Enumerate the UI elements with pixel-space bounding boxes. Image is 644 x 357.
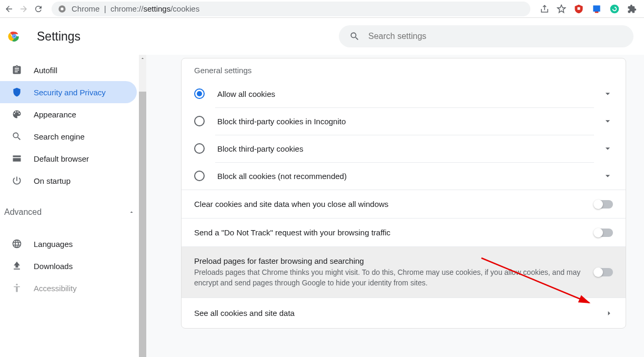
grammarly-icon[interactable] — [609, 4, 620, 14]
sidebar-item-search-engine[interactable]: Search engine — [0, 125, 137, 147]
chevron-down-icon[interactable] — [602, 116, 613, 126]
omnibox-url: Chrome | chrome://settings/cookies — [72, 4, 199, 13]
scroll-up-icon[interactable] — [140, 56, 145, 61]
radio-block-incognito[interactable]: Block third-party cookies in Incognito — [182, 107, 626, 135]
svg-rect-2 — [578, 7, 580, 9]
see-all-cookies-link[interactable]: See all cookies and site data — [182, 298, 626, 328]
back-icon[interactable] — [4, 4, 14, 14]
sidebar-item-appearance[interactable]: Appearance — [0, 103, 137, 125]
power-icon — [12, 175, 22, 186]
accessibility-icon — [12, 283, 22, 293]
sidebar-item-label: Default browser — [34, 154, 89, 163]
reload-icon[interactable] — [34, 4, 43, 14]
settings-sidebar: Autofill Security and Privacy Appearance… — [0, 55, 146, 357]
clipboard-icon — [12, 65, 22, 75]
extension-icon-1[interactable] — [591, 4, 602, 14]
toggle-switch[interactable] — [594, 200, 613, 209]
nav-buttons — [4, 4, 43, 14]
svg-point-5 — [610, 4, 619, 13]
radio-block-all[interactable]: Block all cookies (not recommended) — [182, 162, 626, 190]
chevron-down-icon[interactable] — [602, 88, 613, 99]
sidebar-item-label: Downloads — [34, 262, 73, 271]
cookies-card: General settings Allow all cookies Block… — [181, 58, 626, 329]
toolbar-actions — [537, 4, 640, 14]
extensions-puzzle-icon[interactable] — [627, 4, 637, 14]
sidebar-item-languages[interactable]: Languages — [0, 233, 137, 255]
sidebar-item-label: Languages — [34, 240, 73, 249]
sidebar-item-accessibility[interactable]: Accessibility — [0, 277, 137, 299]
share-icon[interactable] — [540, 4, 549, 14]
svg-point-10 — [16, 284, 17, 285]
browser-toolbar: Chrome | chrome://settings/cookies — [0, 0, 644, 18]
browser-icon — [12, 153, 22, 164]
sidebar-item-label: Security and Privacy — [34, 88, 106, 97]
general-settings-heading: General settings — [182, 58, 626, 80]
palette-icon — [12, 109, 22, 120]
sidebar-item-label: Accessibility — [34, 284, 77, 293]
chrome-page-icon — [58, 5, 66, 13]
ublock-icon[interactable] — [573, 4, 584, 14]
settings-search[interactable] — [339, 25, 633, 47]
toggle-switch[interactable] — [594, 229, 613, 237]
svg-rect-3 — [593, 5, 600, 12]
address-bar[interactable]: Chrome | chrome://settings/cookies — [52, 2, 530, 16]
star-icon[interactable] — [557, 4, 566, 14]
sidebar-advanced-toggle[interactable]: Advanced — [0, 201, 146, 223]
sidebar-item-downloads[interactable]: Downloads — [0, 255, 137, 277]
toggle-clear-on-close[interactable]: Clear cookies and site data when you clo… — [182, 190, 626, 218]
settings-main: General settings Allow all cookies Block… — [146, 55, 644, 357]
radio-block-third-party[interactable]: Block third-party cookies — [182, 135, 626, 162]
toggle-preload-pages[interactable]: Preload pages for faster browsing and se… — [182, 246, 626, 298]
forward-icon[interactable] — [19, 4, 28, 14]
chrome-logo-icon — [7, 29, 21, 43]
page-title: Settings — [37, 29, 80, 44]
search-icon — [12, 131, 22, 142]
chevron-right-icon — [605, 309, 613, 318]
sidebar-item-label: On startup — [34, 176, 71, 185]
svg-rect-4 — [595, 12, 599, 13]
radio-icon — [194, 171, 205, 181]
svg-point-9 — [13, 35, 15, 37]
sidebar-item-label: Appearance — [34, 110, 76, 119]
toggle-do-not-track[interactable]: Send a "Do Not Track" request with your … — [182, 218, 626, 246]
chevron-down-icon[interactable] — [602, 171, 613, 181]
chevron-down-icon[interactable] — [602, 143, 613, 154]
sidebar-item-security[interactable]: Security and Privacy — [0, 81, 137, 103]
globe-icon — [12, 239, 22, 249]
sidebar-item-label: Autofill — [34, 66, 57, 75]
radio-icon — [194, 88, 205, 99]
toggle-switch[interactable] — [594, 268, 613, 276]
sidebar-item-default-browser[interactable]: Default browser — [0, 147, 137, 170]
radio-icon — [194, 116, 205, 126]
sidebar-scrollbar-thumb[interactable] — [139, 92, 146, 357]
search-input[interactable] — [368, 32, 623, 41]
svg-point-1 — [61, 7, 63, 10]
sidebar-item-on-startup[interactable]: On startup — [0, 170, 137, 192]
search-icon — [349, 31, 360, 42]
chevron-up-icon — [128, 209, 135, 215]
sidebar-item-autofill[interactable]: Autofill — [0, 59, 137, 81]
radio-allow-all[interactable]: Allow all cookies — [182, 80, 626, 107]
shield-icon — [12, 87, 22, 97]
radio-icon — [194, 143, 205, 154]
download-icon — [12, 261, 22, 271]
sidebar-item-label: Search engine — [34, 132, 85, 141]
